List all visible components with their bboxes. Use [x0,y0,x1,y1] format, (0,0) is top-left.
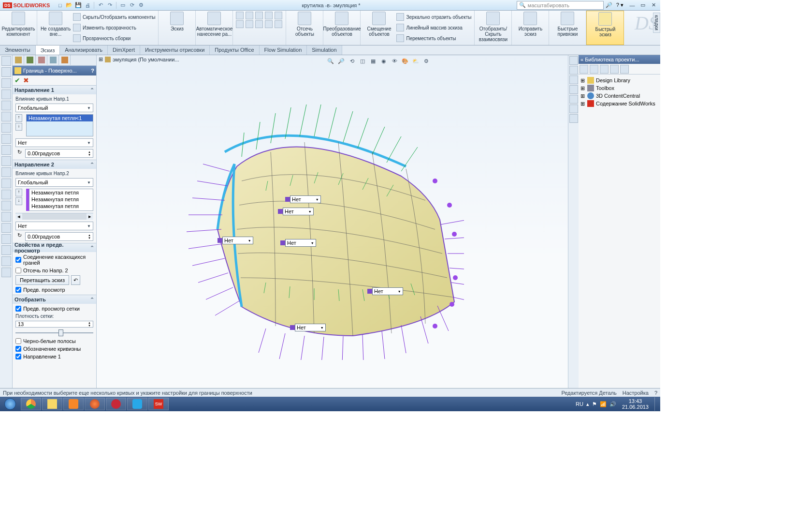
tab-dimxpert[interactable]: DimXpert [108,45,140,55]
lt-10-icon[interactable] [1,156,11,166]
status-help-icon[interactable]: ? [654,390,657,396]
hide-show-icon[interactable]: 👁 [390,56,399,66]
preview-checkbox[interactable]: Предв. просмотр [15,287,93,293]
tp-custom-icon[interactable] [569,105,578,113]
lib-tool-2-icon[interactable] [590,65,598,74]
lt-7-icon[interactable] [1,123,11,133]
assembly-transparency[interactable]: Прозрачность сборки [73,33,155,44]
pm-help-icon[interactable]: ? [91,68,94,74]
expand-icon[interactable]: ⊞ [99,56,103,62]
taskbar-skype-icon[interactable] [127,398,147,410]
lt-12-icon[interactable] [1,179,11,188]
tab-office[interactable]: Продукты Office [210,45,259,55]
lt-13-icon[interactable] [1,190,11,199]
callout-3[interactable]: Нет▼ [218,237,253,244]
fm-tab-4[interactable] [47,55,59,65]
tab-simulation[interactable]: Simulation [307,45,342,55]
lt-16-icon[interactable] [1,223,11,233]
status-customize[interactable]: Настройка [623,390,649,396]
tp-home-icon[interactable] [569,56,578,65]
linear-pattern-button[interactable]: Линейный массив эскиза [396,22,471,33]
callout-6[interactable]: Нет▼ [290,324,326,331]
tp-more-icon[interactable] [569,114,578,123]
mirror-button[interactable]: Зеркально отразить объекты [396,12,471,22]
arc-tool-icon[interactable] [255,12,263,19]
pm-cancel-button[interactable]: ✖ [23,76,29,84]
zoom-fit-icon[interactable]: 🔍 [326,56,335,66]
scene-icon[interactable]: ⛅ [411,56,420,66]
help-icon[interactable]: ? ▾ [616,2,624,8]
lt-4-icon[interactable] [1,90,11,99]
repair-sketch-button[interactable]: Исправить эскиз [515,12,546,37]
trim-button[interactable]: Отсечь объекты [289,12,320,37]
zoom-area-icon[interactable]: 🔎 [336,56,346,66]
tray-flag-icon[interactable]: ⚑ [592,401,597,407]
restore-button[interactable]: ▭ [638,1,648,10]
undo-drag-button[interactable]: ↶ [71,275,80,285]
list-item[interactable]: Незамкнутая петля [29,196,93,203]
offset-button[interactable]: Смещение объектов [363,12,394,44]
section-view-icon[interactable]: ◫ [358,56,367,66]
dir2-up-button[interactable]: ↑ [15,189,22,196]
drag-sketch-button[interactable]: Перетащить эскиз [15,275,69,285]
dir1-down-button[interactable]: ↓ [15,123,22,131]
lt-6-icon[interactable] [1,112,11,121]
show-relations-button[interactable]: Отобразить/Скрыть взаимосвязи [478,12,508,42]
show-desktop-button[interactable] [654,397,658,411]
no-external-button[interactable]: Не создавать вне... [40,12,71,44]
lib-tool-4-icon[interactable] [610,65,619,74]
tray-show-hidden-icon[interactable]: ▴ [586,401,589,407]
lt-18-icon[interactable] [1,245,11,255]
tab-render[interactable]: Инструменты отрисовки [140,45,210,55]
list-item[interactable]: Незамкнутая петля [29,203,93,209]
list-item[interactable]: Незамкнутая петля<1 [27,115,93,121]
qat-open-icon[interactable]: 📂 [65,1,73,10]
tray-lang[interactable]: RU [576,401,583,407]
taskbar-firefox-icon[interactable] [85,398,105,410]
point-tool-icon[interactable] [275,20,282,28]
ellipse-tool-icon[interactable] [246,20,253,28]
lt-15-icon[interactable] [1,212,11,222]
tp-explorer-icon[interactable] [569,75,578,84]
tp-appearance-icon[interactable] [569,95,578,104]
taskbar-chrome-icon[interactable] [21,398,41,410]
tray-network-icon[interactable]: 📶 [600,401,607,407]
qat-undo-icon[interactable]: ↶ [96,1,105,10]
lt-8-icon[interactable] [1,134,11,144]
taskbar-explorer-icon[interactable] [42,398,62,410]
lib-tool-3-icon[interactable] [600,65,609,74]
spline-tool-icon[interactable] [275,12,282,19]
mesh-density-input[interactable]: 13▲▼ [15,321,93,328]
tab-sketch[interactable]: Эскиз [36,45,60,55]
lib-node-toolbox[interactable]: ⊞Toolbox [580,84,658,92]
qat-print-icon[interactable]: 🖨 [83,1,92,10]
close-button[interactable]: ✕ [649,1,658,10]
mesh-density-slider[interactable] [15,329,93,336]
display-header[interactable]: Отобразить⌃ [13,295,96,304]
qat-redo-icon[interactable]: ↷ [105,1,114,10]
lt-11-icon[interactable] [1,167,11,177]
qat-new-icon[interactable]: □ [56,1,64,10]
circle-tool-icon[interactable] [246,12,253,19]
text-tool-icon[interactable] [265,20,273,28]
direction1-header[interactable]: Направление 1⌃ [13,86,96,94]
callout-5[interactable]: Нет▼ [367,287,403,295]
merge-tangent-checkbox[interactable]: Соединение касающихся граней [15,254,93,266]
lt-3-icon[interactable] [1,78,11,88]
list-item[interactable]: Незамкнутая петля [29,189,93,196]
trim-dir2-checkbox[interactable]: Отсечь по Напр. 2 [15,268,93,273]
lt-17-icon[interactable] [1,234,11,244]
qat-select-icon[interactable]: ▭ [118,1,127,10]
hide-show-components[interactable]: Скрыть/Отобразить компоненты [73,12,155,22]
view-orient-icon[interactable]: ▦ [368,56,378,66]
list-item[interactable]: Незамкнутая петля [29,209,93,211]
minimize-button[interactable]: — [627,1,637,10]
lt-20-icon[interactable] [1,268,11,277]
mesh-preview-checkbox[interactable]: Предв. просмотр сетки [15,306,93,312]
dir1-type-select[interactable]: Глобальный▼ [15,104,93,112]
lt-5-icon[interactable] [1,101,11,110]
convert-button[interactable]: Преобразование объектов [326,12,357,37]
tp-view-icon[interactable] [569,85,578,94]
flyout-tree[interactable]: ⊞ эмуляция (По умолчании... [99,56,179,62]
library-header[interactable]: «Библиотека проекти... [579,55,660,64]
